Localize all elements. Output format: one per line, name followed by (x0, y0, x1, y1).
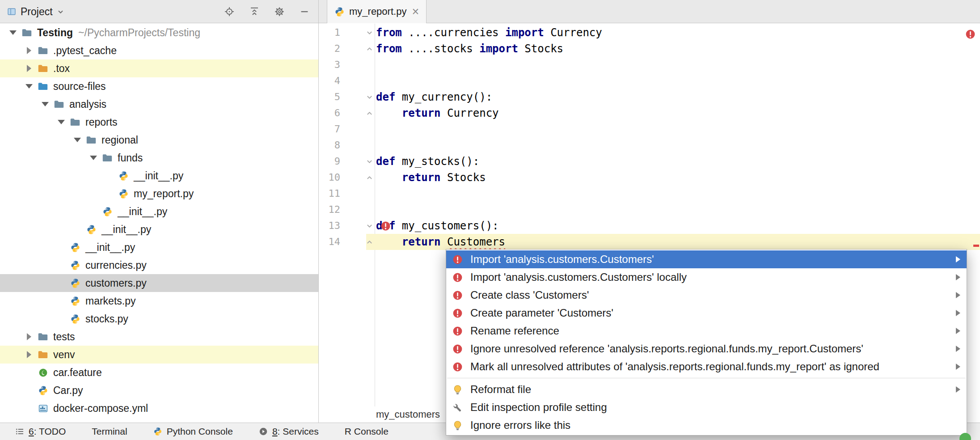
tree-item-label: stocks.py (85, 313, 128, 325)
code-line-11[interactable]: 11 (319, 186, 980, 202)
menu-item-create-class-customers[interactable]: Create class 'Customers' (446, 286, 967, 304)
tree-collapsed-arrow-icon[interactable] (22, 65, 36, 72)
menu-item-create-parameter-customers[interactable]: Create parameter 'Customers' (446, 304, 967, 322)
collapse-all-icon[interactable] (249, 7, 259, 17)
code-line-6[interactable]: 6 return Currency (319, 105, 980, 121)
tree-item-tox[interactable]: .tox (0, 59, 318, 77)
hide-icon[interactable] (300, 7, 309, 17)
line-number: 2 (319, 41, 340, 57)
fold-up-icon[interactable] (364, 41, 375, 57)
code-text: def my_stocks(): (376, 153, 479, 169)
code-line-12[interactable]: 12 (319, 202, 980, 218)
menu-item-reformat-file[interactable]: Reformat file (446, 381, 967, 398)
chevron-down-icon[interactable] (57, 8, 64, 15)
tree-item-regional[interactable]: regional (0, 131, 318, 149)
tree-expanded-arrow-icon[interactable] (55, 120, 68, 124)
project-panel-title[interactable]: Project (21, 6, 53, 18)
code-line-4[interactable]: 4 (319, 73, 980, 89)
code-line-3[interactable]: 3 (319, 57, 980, 73)
tree-expanded-arrow-icon[interactable] (87, 156, 100, 160)
error-stripe-mark[interactable] (973, 245, 979, 247)
menu-item-label: Mark all unresolved attributes of 'analy… (470, 360, 879, 373)
tree-item-init-py[interactable]: __init__.py (0, 167, 318, 185)
tree-item-car-py[interactable]: Car.py (0, 381, 318, 399)
tree-item-testing[interactable]: Testing~/PycharmProjects/Testing (0, 24, 318, 42)
menu-item-import-analysis-customers-customers-locally[interactable]: Import 'analysis.customers.Customers' lo… (446, 268, 967, 286)
code-line-1[interactable]: 1from ....currencies import Currency (319, 25, 980, 41)
tree-expanded-arrow-icon[interactable] (6, 30, 20, 35)
tab-my-report-py[interactable]: my_report.py × (327, 0, 427, 23)
code-line-8[interactable]: 8 (319, 137, 980, 153)
status-item-8-services[interactable]: 8: Services (259, 426, 319, 437)
fold-down-icon[interactable] (364, 89, 375, 105)
tree-expanded-arrow-icon[interactable] (38, 102, 52, 106)
menu-item-mark-all-unresolved-attributes-of-analysis-repor[interactable]: Mark all unresolved attributes of 'analy… (446, 358, 967, 376)
tree-item-init-py[interactable]: __init__.py (0, 203, 318, 220)
breadcrumb-item[interactable]: my_customers (376, 409, 440, 420)
fold-up-icon[interactable] (364, 105, 375, 121)
tree-item-init-py[interactable]: __init__.py (0, 220, 318, 238)
menu-item-ignore-errors-like-this[interactable]: Ignore errors like this (446, 416, 967, 434)
menu-item-label: Create parameter 'Customers' (470, 307, 613, 319)
status-item-python-console[interactable]: Python Console (153, 426, 233, 437)
tree-item-stocks-py[interactable]: stocks.py (0, 310, 318, 328)
tree-item-analysis[interactable]: analysis (0, 95, 318, 113)
tree-collapsed-arrow-icon[interactable] (22, 351, 36, 358)
tree-expanded-arrow-icon[interactable] (71, 138, 84, 142)
editor-tab-bar: my_report.py × (319, 0, 980, 23)
tree-item-source-files[interactable]: source-files (0, 77, 318, 95)
tree-item-markets-py[interactable]: markets.py (0, 292, 318, 310)
tree-collapsed-arrow-icon[interactable] (22, 333, 36, 340)
code-line-7[interactable]: 7 (319, 121, 980, 137)
tree-item-my-report-py[interactable]: my_report.py (0, 185, 318, 203)
status-item-6-todo[interactable]: 6: TODO (15, 426, 66, 437)
code-line-14[interactable]: 14 return Customers (319, 234, 980, 250)
menu-item-edit-inspection-profile-setting[interactable]: Edit inspection profile setting (446, 398, 967, 416)
code-line-2[interactable]: 2from ....stocks import Stocks (319, 41, 980, 57)
fold-up-icon[interactable] (364, 234, 375, 250)
python-file-icon (116, 189, 131, 199)
fold-up-icon[interactable] (364, 169, 375, 186)
fold-down-icon[interactable] (364, 218, 375, 234)
settings-icon[interactable] (275, 7, 284, 17)
tree-item-pytest-cache[interactable]: .pytest_cache (0, 42, 318, 59)
tree-item-init-py[interactable]: __init__.py (0, 238, 318, 256)
line-number: 8 (319, 137, 340, 153)
folder-excluded-icon (36, 63, 50, 74)
menu-item-rename-reference[interactable]: Rename reference (446, 322, 967, 340)
menu-item-ignore-unresolved-reference-analysis-reports-reg[interactable]: Ignore unresolved reference 'analysis.re… (446, 340, 967, 358)
tree-item-tests[interactable]: tests (0, 328, 318, 346)
tree-item-currencies-py[interactable]: currencies.py (0, 256, 318, 274)
tree-item-reports[interactable]: reports (0, 113, 318, 131)
fold-down-icon[interactable] (364, 153, 375, 169)
project-tool-window-header: Project (0, 0, 318, 23)
tree-expanded-arrow-icon[interactable] (22, 84, 36, 89)
code-line-9[interactable]: 9def my_stocks(): (319, 153, 980, 169)
panel-splitter[interactable] (318, 0, 319, 423)
status-item-label: 8: Services (272, 426, 319, 437)
menu-item-import-analysis-customers-customers[interactable]: Import 'analysis.customers.Customers' (446, 250, 967, 268)
code-line-10[interactable]: 10 return Stocks (319, 169, 980, 186)
tree-item-docker-compose-yml[interactable]: docker-compose.yml (0, 399, 318, 417)
locate-icon[interactable] (224, 7, 234, 17)
tree-item-label: my_report.py (134, 188, 194, 200)
code-line-13[interactable]: 13def my_customers(): (319, 218, 980, 234)
close-icon[interactable]: × (412, 6, 419, 18)
code-line-5[interactable]: 5def my_currency(): (319, 89, 980, 105)
line-number: 13 (319, 218, 340, 234)
bulb-icon (452, 420, 464, 431)
tree-item-venv[interactable]: venv (0, 346, 318, 364)
tree-item-label: .pytest_cache (53, 45, 117, 57)
python-file-icon (116, 171, 131, 181)
tree-item-label: .tox (53, 63, 70, 75)
error-icon (452, 290, 464, 300)
tree-item-car-feature[interactable]: car.feature (0, 364, 318, 381)
status-item-r-console[interactable]: R Console (345, 426, 389, 437)
tree-collapsed-arrow-icon[interactable] (22, 47, 36, 54)
line-number: 11 (319, 186, 340, 202)
fold-down-icon[interactable] (364, 25, 375, 41)
status-item-terminal[interactable]: Terminal (92, 426, 127, 437)
submenu-arrow-icon (956, 256, 960, 262)
tree-item-funds[interactable]: funds (0, 149, 318, 167)
tree-item-customers-py[interactable]: customers.py (0, 274, 318, 292)
